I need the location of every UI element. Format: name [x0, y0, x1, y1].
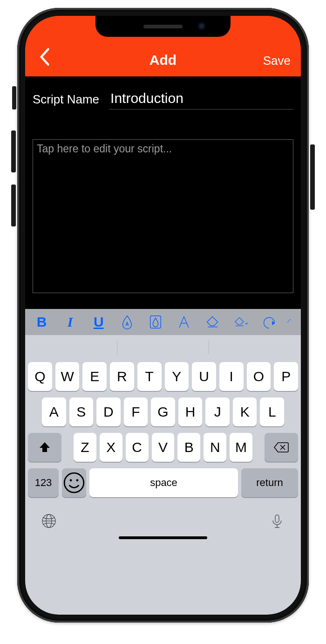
key-row-2: A S D F G H J K L	[28, 397, 298, 426]
italic-button[interactable]: I	[59, 312, 81, 332]
numbers-key[interactable]: 123	[28, 468, 59, 497]
globe-icon	[41, 513, 57, 529]
chevron-left-icon	[40, 48, 50, 66]
font-button[interactable]	[173, 312, 195, 332]
redo-icon	[287, 315, 295, 329]
navbar-title: Add	[25, 52, 301, 68]
key-h[interactable]: H	[178, 397, 203, 426]
eraser-icon	[205, 315, 219, 329]
key-p[interactable]: P	[274, 362, 298, 391]
key-l[interactable]: L	[260, 397, 284, 426]
speaker-grill	[143, 25, 183, 28]
dictation-key[interactable]	[269, 513, 285, 531]
erase-all-icon: all	[234, 315, 248, 329]
volume-up-button	[11, 130, 16, 172]
key-x[interactable]: X	[100, 433, 122, 462]
emoji-icon	[62, 471, 86, 495]
key-j[interactable]: J	[205, 397, 230, 426]
key-g[interactable]: G	[151, 397, 175, 426]
key-c[interactable]: C	[126, 433, 149, 462]
space-key[interactable]: space	[89, 468, 238, 497]
key-a[interactable]: A	[42, 397, 66, 426]
key-k[interactable]: K	[233, 397, 257, 426]
key-f[interactable]: F	[124, 397, 148, 426]
device-frame: Add Save Script Name B I U	[17, 8, 309, 623]
key-n[interactable]: N	[204, 433, 226, 462]
key-y[interactable]: Y	[165, 362, 189, 391]
backspace-key[interactable]	[265, 433, 298, 462]
key-m[interactable]: M	[230, 433, 252, 462]
key-s[interactable]: S	[69, 397, 94, 426]
suggestion-divider	[209, 340, 209, 354]
volume-down-button	[11, 185, 16, 226]
svg-text:all: all	[245, 322, 248, 325]
form-area: Script Name	[25, 76, 301, 309]
key-v[interactable]: V	[152, 433, 175, 462]
key-w[interactable]: W	[55, 362, 80, 391]
undo-icon	[262, 315, 276, 329]
mute-switch	[12, 86, 16, 110]
key-row-3: Z X C V B N M	[28, 433, 298, 462]
script-body-textarea[interactable]	[33, 139, 293, 293]
screen: Add Save Script Name B I U	[25, 16, 301, 615]
shift-key[interactable]	[28, 433, 61, 462]
globe-key[interactable]	[41, 513, 57, 531]
highlight-button[interactable]	[144, 312, 166, 332]
redo-button[interactable]	[287, 312, 295, 332]
key-row-4: 123 space return	[28, 468, 298, 497]
back-button[interactable]	[34, 46, 56, 68]
return-key[interactable]: return	[241, 468, 298, 497]
key-t[interactable]: T	[137, 362, 162, 391]
keyboard-dock	[25, 503, 301, 544]
key-i[interactable]: I	[219, 362, 244, 391]
home-indicator[interactable]	[119, 536, 207, 539]
key-e[interactable]: E	[82, 362, 107, 391]
key-r[interactable]: R	[110, 362, 134, 391]
backspace-icon	[273, 441, 289, 453]
app-root: Add Save Script Name B I U	[25, 16, 301, 615]
erase-all-button[interactable]: all	[230, 312, 252, 332]
font-icon	[177, 315, 191, 329]
svg-point-9	[70, 479, 72, 481]
front-camera	[198, 22, 205, 30]
svg-text:A: A	[125, 322, 129, 327]
droplet-icon: A	[120, 315, 134, 329]
highlight-icon	[149, 315, 163, 329]
undo-button[interactable]	[258, 312, 280, 332]
shift-icon	[38, 441, 51, 454]
key-q[interactable]: Q	[28, 362, 52, 391]
key-d[interactable]: D	[96, 397, 121, 426]
key-u[interactable]: U	[192, 362, 216, 391]
key-z[interactable]: Z	[74, 433, 96, 462]
bold-button[interactable]: B	[31, 312, 53, 332]
notch	[95, 16, 231, 37]
script-name-input[interactable]	[109, 89, 293, 110]
svg-point-10	[76, 479, 79, 481]
keyboard-region: B I U A	[25, 309, 301, 615]
emoji-key[interactable]	[62, 468, 86, 497]
text-color-button[interactable]: A	[116, 312, 138, 332]
format-toolbar: B I U A	[25, 309, 301, 335]
suggestion-bar	[25, 335, 301, 359]
save-button[interactable]: Save	[263, 54, 291, 68]
svg-point-8	[64, 473, 84, 493]
key-b[interactable]: B	[177, 433, 200, 462]
svg-rect-14	[275, 515, 279, 522]
script-name-label: Script Name	[33, 92, 99, 107]
suggestion-divider	[117, 340, 117, 354]
key-o[interactable]: O	[247, 362, 271, 391]
underline-button[interactable]: U	[88, 312, 109, 332]
microphone-icon	[269, 513, 285, 529]
key-row-1: Q W E R T Y U I O P	[28, 362, 298, 391]
eraser-button[interactable]	[202, 312, 224, 332]
script-name-row: Script Name	[33, 85, 293, 113]
power-button	[310, 144, 315, 210]
keyboard: Q W E R T Y U I O P A S D	[25, 359, 301, 503]
